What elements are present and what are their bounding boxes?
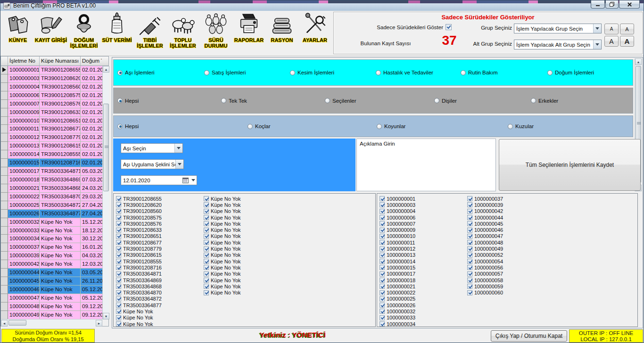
application-method-select[interactable]: Aşı Uygulama Şeklini Seçin (121, 159, 184, 169)
checkbox-item[interactable]: 1000000039 (467, 202, 553, 208)
checkbox-item[interactable]: 1000000021 (380, 283, 465, 289)
table-row[interactable]: 1000000017TR3500336487105.03.20 (1, 167, 103, 176)
date-dropdown-button[interactable] (190, 179, 197, 181)
checkbox-item[interactable]: TR35003364870 (116, 289, 202, 295)
checkbox-item[interactable]: Küpe No Yok (204, 220, 289, 227)
row-selector-cell[interactable] (1, 269, 8, 277)
table-row[interactable]: 1000000033Küpe No Yok18.12.20 (1, 227, 103, 235)
checkbox-item[interactable]: 1000000004 (380, 208, 465, 214)
table-horizontal-scrollbar[interactable]: ◄ ► (1, 319, 102, 327)
table-row[interactable]: 1000000018TR3500336486907.03.20 (1, 176, 103, 184)
row-selector-cell[interactable] (1, 74, 8, 83)
close-button[interactable] (619, 0, 640, 8)
checkbox-item[interactable]: TR35003364871 (116, 271, 202, 277)
checkbox-item[interactable]: TR35003364869 (116, 277, 202, 283)
checkbox[interactable] (380, 271, 385, 277)
checkbox[interactable] (380, 202, 385, 207)
checkbox-item[interactable]: 1000000022 (380, 289, 465, 295)
radio-hepsi[interactable]: Hepsi (117, 98, 139, 104)
scroll-down-button[interactable]: ▼ (103, 313, 109, 319)
checkbox-item[interactable]: TR39001208620 (116, 202, 202, 208)
checkbox-item[interactable]: TR35003364877 (116, 302, 202, 308)
checkbox[interactable] (116, 234, 121, 239)
checkbox[interactable] (204, 259, 209, 264)
checkbox-item[interactable]: 1000000007 (380, 220, 465, 227)
date-picker[interactable]: 12.01.2020 (121, 175, 197, 185)
checkbox-item[interactable]: 1000000009 (380, 227, 465, 233)
logout-button[interactable]: Çıkış Yap / Oturumu Kapat (491, 330, 567, 342)
checkbox[interactable] (116, 240, 121, 245)
checkbox[interactable] (204, 240, 209, 245)
checkbox[interactable] (116, 228, 121, 233)
checkbox[interactable] (116, 278, 121, 283)
row-selector-cell[interactable] (1, 227, 8, 235)
checkbox[interactable] (467, 196, 472, 201)
row-selector-cell[interactable] (1, 176, 8, 184)
group-select-dropdown-button[interactable] (593, 24, 601, 33)
checkbox-item[interactable]: Küpe No Yok (204, 258, 289, 264)
toolbar-button-k-nye[interactable]: KÜNYE (1, 11, 34, 56)
checkbox[interactable] (204, 271, 209, 277)
checkbox-item[interactable]: 1000000006 (380, 214, 465, 220)
checkbox[interactable] (204, 253, 209, 258)
checkbox-item[interactable]: 1000000056 (467, 264, 553, 270)
checkbox-item[interactable]: 1000000013 (380, 252, 465, 258)
checkbox-item[interactable]: 1000000025 (380, 296, 465, 302)
checkbox[interactable] (116, 246, 121, 252)
vaccine-select[interactable]: Aşı Seçin (121, 143, 183, 153)
checkbox[interactable] (116, 296, 121, 302)
checkbox[interactable] (380, 290, 385, 295)
checkbox[interactable] (380, 215, 385, 220)
radio-tek-tek[interactable]: Tek Tek (221, 98, 247, 104)
table-row[interactable]: 1000000001TR3900120865502.01.20 (1, 66, 103, 74)
table-row[interactable]: 1000000009TR3900120863302.01.20 (1, 108, 103, 117)
row-selector-cell[interactable] (1, 294, 8, 302)
row-selector-cell[interactable] (1, 302, 8, 311)
table-row[interactable]: 1000000004TR3900120856002.01.20 (1, 83, 103, 91)
row-selector-cell[interactable] (1, 150, 8, 159)
checkbox[interactable] (204, 221, 209, 226)
title-bar[interactable]: Benim Çiftliğim PRO BETA v1.00 (0, 0, 644, 11)
checkbox[interactable] (204, 246, 209, 252)
checkbox-item[interactable]: 1000000037 (467, 196, 553, 202)
checkbox-item[interactable]: Küpe No Yok (116, 321, 202, 327)
checkbox[interactable] (467, 271, 472, 277)
table-row[interactable]: 1000000010TR3900120865102.01.20 (1, 117, 103, 125)
checkbox[interactable] (380, 253, 385, 258)
checkbox[interactable] (116, 215, 121, 220)
row-selector-cell[interactable] (1, 286, 8, 294)
checkbox-item[interactable]: 1000000045 (467, 220, 553, 227)
checkbox[interactable] (204, 209, 209, 214)
radio-a-i-lemleri[interactable]: Aşı İşlemleri (117, 70, 155, 75)
checkbox-item[interactable]: 1000000017 (380, 271, 465, 277)
table-row[interactable]: 1000000012TR3900120877902.01.20 (1, 133, 103, 142)
restore-button[interactable] (605, 0, 619, 8)
checkbox-item[interactable]: Küpe No Yok (204, 289, 289, 295)
checkbox-item[interactable]: TR39001208716 (116, 264, 202, 270)
checkbox[interactable] (467, 246, 472, 252)
radio-se-ilenler[interactable]: Seçilenler (325, 98, 356, 104)
checkbox[interactable] (116, 315, 121, 320)
table-row[interactable]: 1000000039Küpe No Yok04.03.20 (1, 252, 103, 260)
row-selector-cell[interactable] (1, 117, 8, 125)
font-size-button-4[interactable]: A (620, 36, 634, 47)
checkbox-item[interactable]: TR39001208575 (116, 214, 202, 220)
scrollbar-thumb[interactable] (8, 320, 26, 326)
scroll-up-button[interactable]: ▲ (635, 58, 642, 65)
table-row[interactable]: 1000000013TR3900120861502.01.20 (1, 142, 103, 150)
checkbox[interactable] (380, 228, 385, 233)
checkbox-item[interactable]: TR39001208677 (116, 239, 202, 245)
checkbox[interactable] (380, 265, 385, 270)
checkbox-item[interactable]: 1000000048 (467, 239, 553, 245)
checkbox-item[interactable]: 1000000042 (467, 208, 553, 214)
checkbox-item[interactable]: 1000000032 (380, 308, 465, 314)
checkbox-item[interactable]: TR39001208615 (116, 252, 202, 258)
checkbox[interactable] (204, 265, 209, 270)
radio-do-um-i-lemleri[interactable]: Doğum İşlemleri (547, 70, 594, 75)
checkbox[interactable] (116, 284, 121, 289)
checkbox[interactable] (204, 215, 209, 220)
font-size-button-1[interactable]: A (604, 24, 619, 34)
table-row[interactable]: 1000000037Küpe No Yok16.01.20 (1, 243, 103, 252)
checkbox[interactable] (380, 209, 385, 214)
checkbox-item[interactable]: 1000000059 (467, 283, 553, 289)
